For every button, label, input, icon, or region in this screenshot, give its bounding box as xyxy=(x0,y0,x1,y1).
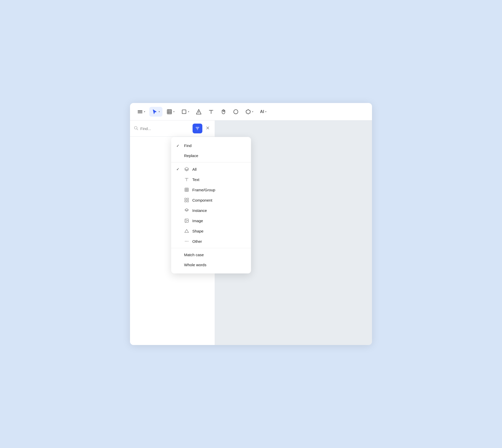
app-window: ▾ ▾ ▾ ▾ xyxy=(130,103,372,345)
svg-point-34 xyxy=(185,241,186,242)
shape-triangle-icon xyxy=(184,229,189,233)
ai-label: AI xyxy=(260,109,264,114)
type-section: ✓ All xyxy=(171,162,251,248)
replace-item[interactable]: Replace xyxy=(171,151,251,161)
hand-button[interactable] xyxy=(218,107,229,117)
text-label: Text xyxy=(192,177,246,182)
menu-chevron-icon: ▾ xyxy=(144,110,145,113)
close-button[interactable] xyxy=(204,125,211,133)
ai-chevron-icon: ▾ xyxy=(265,110,266,113)
plugin-chevron-icon: ▾ xyxy=(252,110,253,113)
shape-chevron-icon: ▾ xyxy=(188,110,189,113)
whole-words-item[interactable]: Whole words xyxy=(171,260,251,270)
whole-words-label: Whole words xyxy=(184,263,246,267)
frame-group-label: Frame/Group xyxy=(192,188,246,192)
svg-point-36 xyxy=(188,241,188,242)
find-label: Find xyxy=(184,143,246,148)
dropdown-menu: ✓ Find Replace ✓ xyxy=(171,137,251,273)
component-item[interactable]: Component xyxy=(171,195,251,205)
frame-chevron-icon: ▾ xyxy=(173,110,175,113)
instance-item[interactable]: Instance xyxy=(171,205,251,216)
image-label: Image xyxy=(192,219,246,223)
options-section: Match case Whole words xyxy=(171,248,251,271)
match-case-item[interactable]: Match case xyxy=(171,250,251,260)
content-area: ✓ Find Replace ✓ xyxy=(130,120,372,345)
plugin-button[interactable]: ▾ xyxy=(243,107,256,117)
find-item[interactable]: ✓ Find xyxy=(171,141,251,151)
search-icon xyxy=(134,126,138,131)
component-label: Component xyxy=(192,198,246,202)
svg-point-11 xyxy=(234,109,238,114)
search-input[interactable] xyxy=(140,126,191,131)
image-item[interactable]: Image xyxy=(171,216,251,226)
text-item[interactable]: Text xyxy=(171,174,251,185)
shape-item[interactable]: Shape xyxy=(171,226,251,236)
svg-rect-30 xyxy=(187,201,189,202)
shape-button[interactable]: ▾ xyxy=(179,107,192,117)
replace-label: Replace xyxy=(184,153,246,158)
text-button[interactable] xyxy=(206,107,217,117)
svg-rect-22 xyxy=(185,188,188,192)
mode-section: ✓ Find Replace xyxy=(171,139,251,162)
frame-icon xyxy=(184,187,189,192)
svg-rect-28 xyxy=(187,198,189,200)
shape-label: Shape xyxy=(192,229,246,233)
toolbar: ▾ ▾ ▾ ▾ xyxy=(130,103,372,120)
ai-button[interactable]: AI ▾ xyxy=(257,107,269,116)
select-chevron-icon: ▾ xyxy=(159,110,160,113)
all-label: All xyxy=(192,167,246,171)
component-icon xyxy=(184,198,189,202)
instance-icon xyxy=(184,208,189,213)
select-button[interactable]: ▾ xyxy=(149,107,162,117)
text-icon xyxy=(184,177,189,182)
left-panel: ✓ Find Replace ✓ xyxy=(130,120,215,345)
svg-rect-27 xyxy=(185,198,186,200)
other-icon xyxy=(184,239,189,244)
image-icon xyxy=(184,218,189,223)
svg-rect-29 xyxy=(185,201,186,202)
pen-button[interactable] xyxy=(193,107,204,117)
svg-rect-8 xyxy=(182,110,186,114)
match-case-label: Match case xyxy=(184,253,246,257)
frame-button[interactable]: ▾ xyxy=(164,107,177,117)
frame-group-item[interactable]: Frame/Group xyxy=(171,185,251,195)
svg-rect-3 xyxy=(167,109,172,114)
search-bar xyxy=(130,120,215,137)
svg-point-35 xyxy=(186,241,187,242)
filter-button[interactable] xyxy=(193,124,202,133)
svg-line-13 xyxy=(137,129,138,130)
comment-button[interactable] xyxy=(230,107,241,117)
layers-icon xyxy=(184,167,189,171)
find-check-icon: ✓ xyxy=(176,144,181,148)
svg-marker-33 xyxy=(185,229,189,232)
svg-point-32 xyxy=(186,220,186,220)
menu-button[interactable]: ▾ xyxy=(135,107,148,117)
other-label: Other xyxy=(192,239,246,244)
other-item[interactable]: Other xyxy=(171,236,251,246)
all-item[interactable]: ✓ All xyxy=(171,164,251,174)
all-check-icon: ✓ xyxy=(176,167,181,171)
instance-label: Instance xyxy=(192,208,246,213)
